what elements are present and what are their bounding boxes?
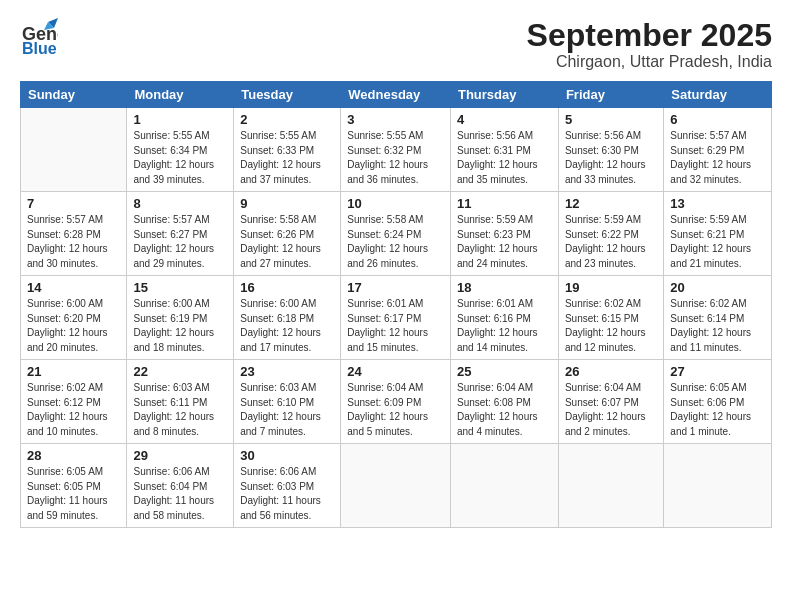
day-number: 4 bbox=[457, 112, 552, 127]
day-info: Sunrise: 6:05 AM Sunset: 6:05 PM Dayligh… bbox=[27, 465, 120, 523]
table-row: 22Sunrise: 6:03 AM Sunset: 6:11 PM Dayli… bbox=[127, 360, 234, 444]
table-row: 15Sunrise: 6:00 AM Sunset: 6:19 PM Dayli… bbox=[127, 276, 234, 360]
day-info: Sunrise: 5:57 AM Sunset: 6:29 PM Dayligh… bbox=[670, 129, 765, 187]
logo-icon: General Blue bbox=[20, 18, 58, 56]
day-number: 18 bbox=[457, 280, 552, 295]
day-number: 30 bbox=[240, 448, 334, 463]
col-friday: Friday bbox=[558, 82, 663, 108]
day-info: Sunrise: 5:55 AM Sunset: 6:33 PM Dayligh… bbox=[240, 129, 334, 187]
day-number: 21 bbox=[27, 364, 120, 379]
day-number: 2 bbox=[240, 112, 334, 127]
header: General Blue September 2025 Chirgaon, Ut… bbox=[20, 18, 772, 71]
page: General Blue September 2025 Chirgaon, Ut… bbox=[0, 0, 792, 612]
day-number: 26 bbox=[565, 364, 657, 379]
day-info: Sunrise: 5:56 AM Sunset: 6:31 PM Dayligh… bbox=[457, 129, 552, 187]
table-row: 16Sunrise: 6:00 AM Sunset: 6:18 PM Dayli… bbox=[234, 276, 341, 360]
day-number: 28 bbox=[27, 448, 120, 463]
day-number: 1 bbox=[133, 112, 227, 127]
day-info: Sunrise: 5:59 AM Sunset: 6:23 PM Dayligh… bbox=[457, 213, 552, 271]
day-number: 11 bbox=[457, 196, 552, 211]
day-number: 13 bbox=[670, 196, 765, 211]
table-row bbox=[341, 444, 451, 528]
day-number: 5 bbox=[565, 112, 657, 127]
table-row: 1Sunrise: 5:55 AM Sunset: 6:34 PM Daylig… bbox=[127, 108, 234, 192]
day-info: Sunrise: 6:04 AM Sunset: 6:09 PM Dayligh… bbox=[347, 381, 444, 439]
day-number: 19 bbox=[565, 280, 657, 295]
day-number: 9 bbox=[240, 196, 334, 211]
day-info: Sunrise: 6:02 AM Sunset: 6:12 PM Dayligh… bbox=[27, 381, 120, 439]
table-row bbox=[558, 444, 663, 528]
day-number: 23 bbox=[240, 364, 334, 379]
table-row: 5Sunrise: 5:56 AM Sunset: 6:30 PM Daylig… bbox=[558, 108, 663, 192]
table-row bbox=[450, 444, 558, 528]
col-thursday: Thursday bbox=[450, 82, 558, 108]
day-info: Sunrise: 5:57 AM Sunset: 6:28 PM Dayligh… bbox=[27, 213, 120, 271]
day-info: Sunrise: 6:03 AM Sunset: 6:11 PM Dayligh… bbox=[133, 381, 227, 439]
table-row: 17Sunrise: 6:01 AM Sunset: 6:17 PM Dayli… bbox=[341, 276, 451, 360]
table-row: 14Sunrise: 6:00 AM Sunset: 6:20 PM Dayli… bbox=[21, 276, 127, 360]
day-info: Sunrise: 5:58 AM Sunset: 6:26 PM Dayligh… bbox=[240, 213, 334, 271]
table-row: 9Sunrise: 5:58 AM Sunset: 6:26 PM Daylig… bbox=[234, 192, 341, 276]
table-row bbox=[21, 108, 127, 192]
day-number: 22 bbox=[133, 364, 227, 379]
svg-text:Blue: Blue bbox=[22, 40, 57, 56]
day-info: Sunrise: 5:55 AM Sunset: 6:32 PM Dayligh… bbox=[347, 129, 444, 187]
day-number: 25 bbox=[457, 364, 552, 379]
table-row: 13Sunrise: 5:59 AM Sunset: 6:21 PM Dayli… bbox=[664, 192, 772, 276]
day-info: Sunrise: 6:00 AM Sunset: 6:18 PM Dayligh… bbox=[240, 297, 334, 355]
table-row: 11Sunrise: 5:59 AM Sunset: 6:23 PM Dayli… bbox=[450, 192, 558, 276]
day-number: 16 bbox=[240, 280, 334, 295]
day-number: 10 bbox=[347, 196, 444, 211]
table-row: 6Sunrise: 5:57 AM Sunset: 6:29 PM Daylig… bbox=[664, 108, 772, 192]
day-info: Sunrise: 5:59 AM Sunset: 6:21 PM Dayligh… bbox=[670, 213, 765, 271]
day-number: 27 bbox=[670, 364, 765, 379]
table-row: 23Sunrise: 6:03 AM Sunset: 6:10 PM Dayli… bbox=[234, 360, 341, 444]
col-sunday: Sunday bbox=[21, 82, 127, 108]
calendar-table: Sunday Monday Tuesday Wednesday Thursday… bbox=[20, 81, 772, 528]
col-saturday: Saturday bbox=[664, 82, 772, 108]
day-info: Sunrise: 6:01 AM Sunset: 6:16 PM Dayligh… bbox=[457, 297, 552, 355]
table-row: 19Sunrise: 6:02 AM Sunset: 6:15 PM Dayli… bbox=[558, 276, 663, 360]
day-number: 15 bbox=[133, 280, 227, 295]
table-row: 24Sunrise: 6:04 AM Sunset: 6:09 PM Dayli… bbox=[341, 360, 451, 444]
table-row: 27Sunrise: 6:05 AM Sunset: 6:06 PM Dayli… bbox=[664, 360, 772, 444]
logo: General Blue bbox=[20, 18, 58, 56]
day-info: Sunrise: 6:05 AM Sunset: 6:06 PM Dayligh… bbox=[670, 381, 765, 439]
day-info: Sunrise: 6:02 AM Sunset: 6:14 PM Dayligh… bbox=[670, 297, 765, 355]
day-info: Sunrise: 6:02 AM Sunset: 6:15 PM Dayligh… bbox=[565, 297, 657, 355]
day-info: Sunrise: 6:04 AM Sunset: 6:08 PM Dayligh… bbox=[457, 381, 552, 439]
col-wednesday: Wednesday bbox=[341, 82, 451, 108]
table-row: 8Sunrise: 5:57 AM Sunset: 6:27 PM Daylig… bbox=[127, 192, 234, 276]
day-info: Sunrise: 6:01 AM Sunset: 6:17 PM Dayligh… bbox=[347, 297, 444, 355]
day-info: Sunrise: 6:00 AM Sunset: 6:19 PM Dayligh… bbox=[133, 297, 227, 355]
day-info: Sunrise: 6:06 AM Sunset: 6:03 PM Dayligh… bbox=[240, 465, 334, 523]
day-info: Sunrise: 6:00 AM Sunset: 6:20 PM Dayligh… bbox=[27, 297, 120, 355]
col-monday: Monday bbox=[127, 82, 234, 108]
table-row: 28Sunrise: 6:05 AM Sunset: 6:05 PM Dayli… bbox=[21, 444, 127, 528]
day-number: 12 bbox=[565, 196, 657, 211]
day-number: 8 bbox=[133, 196, 227, 211]
day-number: 20 bbox=[670, 280, 765, 295]
day-info: Sunrise: 6:03 AM Sunset: 6:10 PM Dayligh… bbox=[240, 381, 334, 439]
day-number: 3 bbox=[347, 112, 444, 127]
table-row: 3Sunrise: 5:55 AM Sunset: 6:32 PM Daylig… bbox=[341, 108, 451, 192]
table-row: 4Sunrise: 5:56 AM Sunset: 6:31 PM Daylig… bbox=[450, 108, 558, 192]
day-number: 24 bbox=[347, 364, 444, 379]
day-number: 7 bbox=[27, 196, 120, 211]
day-info: Sunrise: 6:06 AM Sunset: 6:04 PM Dayligh… bbox=[133, 465, 227, 523]
table-row: 12Sunrise: 5:59 AM Sunset: 6:22 PM Dayli… bbox=[558, 192, 663, 276]
day-info: Sunrise: 5:55 AM Sunset: 6:34 PM Dayligh… bbox=[133, 129, 227, 187]
table-row: 26Sunrise: 6:04 AM Sunset: 6:07 PM Dayli… bbox=[558, 360, 663, 444]
day-info: Sunrise: 5:58 AM Sunset: 6:24 PM Dayligh… bbox=[347, 213, 444, 271]
day-number: 6 bbox=[670, 112, 765, 127]
table-row: 21Sunrise: 6:02 AM Sunset: 6:12 PM Dayli… bbox=[21, 360, 127, 444]
title-block: September 2025 Chirgaon, Uttar Pradesh, … bbox=[527, 18, 772, 71]
day-number: 29 bbox=[133, 448, 227, 463]
table-row: 7Sunrise: 5:57 AM Sunset: 6:28 PM Daylig… bbox=[21, 192, 127, 276]
day-number: 17 bbox=[347, 280, 444, 295]
day-info: Sunrise: 5:59 AM Sunset: 6:22 PM Dayligh… bbox=[565, 213, 657, 271]
table-row: 2Sunrise: 5:55 AM Sunset: 6:33 PM Daylig… bbox=[234, 108, 341, 192]
page-title: September 2025 bbox=[527, 18, 772, 53]
table-row: 18Sunrise: 6:01 AM Sunset: 6:16 PM Dayli… bbox=[450, 276, 558, 360]
table-row: 30Sunrise: 6:06 AM Sunset: 6:03 PM Dayli… bbox=[234, 444, 341, 528]
